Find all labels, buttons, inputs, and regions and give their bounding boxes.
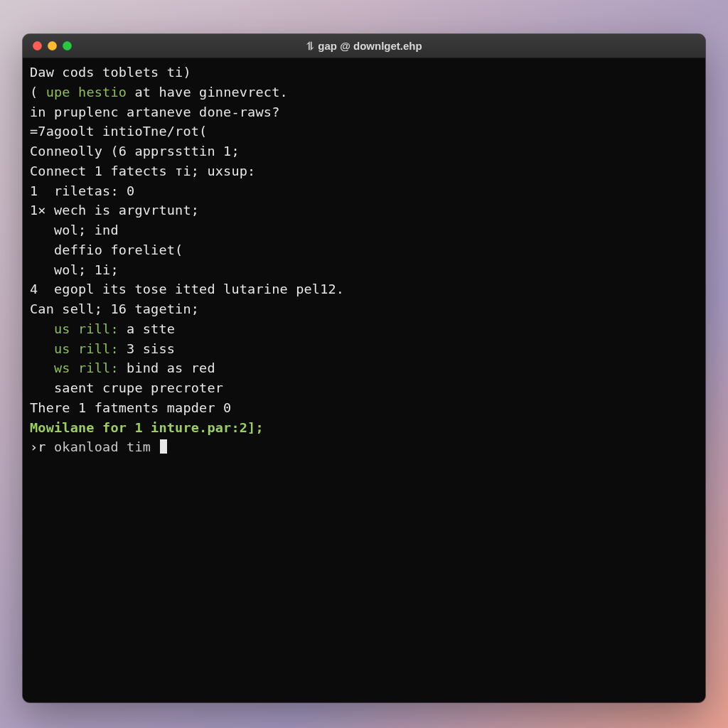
minimize-icon[interactable] (48, 41, 57, 50)
output-line: deffio foreliet( (30, 240, 698, 260)
output-line: Connect 1 fatects тi; uxsup: (30, 161, 698, 181)
terminal-window: ⥮gap @ downlget.ehp Daw cods toblets ti)… (23, 34, 705, 702)
output-line: wol; 1i; (30, 260, 698, 280)
output-line: Daw cods toblets ti) (30, 63, 698, 82)
titlebar[interactable]: ⥮gap @ downlget.ehp (23, 34, 705, 58)
zoom-icon[interactable] (63, 41, 72, 50)
window-title-text: gap @ downlget.ehp (318, 40, 422, 52)
prompt-line[interactable]: ›r okanload tim (30, 437, 698, 457)
title-glyph-icon: ⥮ (306, 40, 315, 53)
output-line: Mowilane for 1 inture.par:2]; (30, 418, 698, 438)
output-line: Can sell; 16 tagetin; (30, 299, 698, 319)
output-line: Conneolly (6 apprssttin 1; (30, 141, 698, 161)
output-line: us rill: 3 siss (30, 339, 698, 359)
cursor-icon (160, 439, 167, 454)
window-title: ⥮gap @ downlget.ehp (23, 40, 705, 53)
output-line: wol; ind (30, 220, 698, 240)
output-line: 4 egopl its tose itted lutarine pel12. (30, 279, 698, 299)
output-line: in pruplenc artaneve done-raws? (30, 102, 698, 122)
close-icon[interactable] (33, 41, 42, 50)
output-line: 1× wech is argvrtunt; (30, 200, 698, 220)
traffic-lights (23, 41, 72, 50)
terminal-body[interactable]: Daw cods toblets ti)( upe hestio at have… (23, 58, 705, 702)
output-line: ws rill: bind as red (30, 358, 698, 378)
output-line: =7agoolt intioTne/rot( (30, 122, 698, 141)
output-line: There 1 fatments mapder 0 (30, 398, 698, 418)
output-line: ( upe hestio at have ginnevrect. (30, 82, 698, 102)
output-line: us rill: a stte (30, 319, 698, 339)
output-line: 1 riletas: 0 (30, 181, 698, 201)
output-line: saent crupe precroter (30, 378, 698, 398)
